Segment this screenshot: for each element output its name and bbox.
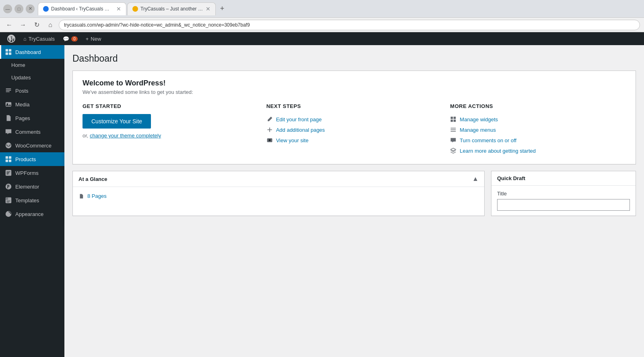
sidebar-item-woocommerce[interactable]: WooCommerce [0, 139, 64, 152]
welcome-columns: Get Started Customize Your Site or, chan… [83, 103, 626, 156]
customize-site-btn[interactable]: Customize Your Site [83, 114, 151, 129]
dashboard-bottom: At a Glance ▲ 8 Pages Quick Draft Title [72, 171, 636, 216]
sidebar-item-appearance[interactable]: Appearance [0, 207, 64, 221]
next-step-2: Add additional pages [266, 125, 442, 135]
more-action-2: Manage menus [450, 125, 626, 135]
comments-badge: 0 [71, 36, 78, 42]
pages-count-link[interactable]: 8 Pages [87, 193, 107, 199]
next-step-1: Edit your front page [266, 114, 442, 125]
admin-bar-inner: ⌂ TryCasuals 💬 0 + New [3, 32, 641, 45]
svg-rect-23 [454, 120, 456, 122]
more-action-4: Learn more about getting started [450, 145, 626, 156]
forward-btn[interactable]: → [18, 20, 28, 30]
edit-front-page-link[interactable]: Edit your front page [276, 116, 322, 122]
tab-close-1[interactable]: ✕ [116, 6, 121, 12]
tab-title-2: TryCasuals – Just another WordP… [140, 6, 203, 12]
get-started-title: Get Started [83, 103, 258, 109]
new-label: New [91, 36, 101, 42]
more-action-3: Turn comments on or off [450, 135, 626, 145]
tab-2[interactable]: TryCasuals – Just another WordP… ✕ [127, 2, 216, 15]
elementor-icon [5, 183, 12, 190]
at-glance-collapse-btn[interactable]: ▲ [472, 175, 479, 183]
sidebar-item-comments[interactable]: Comments [0, 125, 64, 139]
sidebar-item-elementor[interactable]: Elementor [0, 180, 64, 193]
welcome-title: Welcome to WordPress! [83, 79, 626, 87]
tab-close-2[interactable]: ✕ [206, 6, 211, 12]
view-site-link[interactable]: View your site [276, 137, 309, 143]
manage-widgets-link[interactable]: Manage widgets [460, 116, 498, 122]
next-steps-title: Next Steps [266, 103, 442, 109]
sidebar: Dashboard Home Updates Posts Media [0, 45, 64, 357]
sidebar-item-media[interactable]: Media [0, 98, 64, 111]
appearance-label: Appearance [15, 211, 60, 217]
add-pages-link[interactable]: Add additional pages [276, 127, 325, 133]
tab-favicon-1 [43, 6, 49, 12]
widgets-icon [450, 116, 456, 122]
svg-rect-13 [7, 185, 8, 189]
more-actions-title: More Actions [450, 103, 626, 109]
sidebar-item-updates[interactable]: Updates [0, 71, 64, 84]
edit-icon [266, 116, 273, 122]
comments-icon [5, 128, 12, 135]
tab-1[interactable]: Dashboard ‹ TryCasuals — Word… ✕ [38, 2, 126, 15]
plus-icon-ab: + [86, 36, 89, 42]
sidebar-item-products[interactable]: Products [0, 152, 64, 166]
templates-icon [5, 197, 12, 204]
at-glance-pages: 8 Pages [78, 192, 479, 200]
tab-title-1: Dashboard ‹ TryCasuals — Word… [51, 6, 114, 12]
manage-menus-link[interactable]: Manage menus [460, 127, 496, 133]
minimize-btn[interactable]: — [3, 4, 12, 13]
more-actions-col: More Actions Manage widgets Manage menus [450, 103, 626, 156]
wpforms-icon [5, 169, 12, 176]
media-label: Media [15, 102, 60, 108]
comments-item[interactable]: 💬 0 [59, 32, 82, 45]
tab-favicon-2 [132, 6, 138, 12]
dashboard-icon [5, 48, 12, 56]
sidebar-item-posts[interactable]: Posts [0, 84, 64, 98]
sidebar-item-dashboard[interactable]: Dashboard [0, 45, 64, 59]
change-theme-link[interactable]: change your theme completely [90, 133, 161, 139]
home-btn[interactable]: ⌂ [45, 20, 56, 30]
address-bar[interactable]: trycasuals.com/wp-admin/?wc-hide-notice=… [59, 20, 640, 30]
next-steps-col: Next Steps Edit your front page Add addi… [266, 103, 442, 156]
maximize-btn[interactable]: □ [14, 4, 23, 13]
more-action-1: Manage widgets [450, 114, 626, 125]
templates-label: Templates [15, 197, 60, 203]
quick-draft-box: Quick Draft Title [491, 171, 636, 216]
svg-rect-1 [9, 49, 11, 52]
svg-rect-8 [9, 156, 11, 159]
posts-icon [5, 87, 12, 94]
reload-btn[interactable]: ↻ [31, 20, 42, 30]
at-glance-title: At a Glance [78, 176, 107, 182]
products-label: Products [15, 156, 60, 162]
view-icon [266, 137, 273, 143]
wp-admin-bar: ⌂ TryCasuals 💬 0 + New [0, 32, 644, 45]
welcome-panel: Welcome to WordPress! We've assembled so… [72, 71, 636, 164]
site-name-item[interactable]: ⌂ TryCasuals [19, 32, 59, 45]
quick-draft-title-input[interactable] [497, 199, 630, 211]
comments-label: Comments [15, 129, 60, 135]
quick-draft-header: Quick Draft [491, 171, 636, 186]
new-item[interactable]: + New [82, 32, 105, 45]
svg-rect-16 [6, 197, 8, 200]
quick-draft-content: Title [491, 186, 636, 216]
sidebar-item-home[interactable]: Home [0, 59, 64, 71]
wp-admin: Dashboard Home Updates Posts Media [0, 45, 644, 357]
site-name: TryCasuals [29, 36, 55, 42]
svg-point-6 [6, 143, 11, 148]
appearance-icon [5, 210, 12, 218]
turn-comments-icon [450, 137, 456, 143]
sidebar-item-pages[interactable]: Pages [0, 111, 64, 125]
comments-toggle-link[interactable]: Turn comments on or off [460, 137, 516, 143]
svg-rect-22 [451, 120, 453, 122]
wp-logo-item[interactable] [3, 32, 19, 45]
quick-draft-title: Quick Draft [497, 175, 525, 181]
learn-more-link[interactable]: Learn more about getting started [460, 148, 536, 154]
svg-rect-0 [6, 49, 8, 52]
new-tab-btn[interactable]: + [217, 3, 228, 15]
sidebar-item-templates[interactable]: Templates [0, 193, 64, 207]
close-btn[interactable]: ✕ [26, 4, 35, 13]
back-btn[interactable]: ← [4, 20, 14, 30]
sidebar-item-wpforms[interactable]: WPForms [0, 166, 64, 180]
svg-rect-10 [9, 160, 11, 162]
